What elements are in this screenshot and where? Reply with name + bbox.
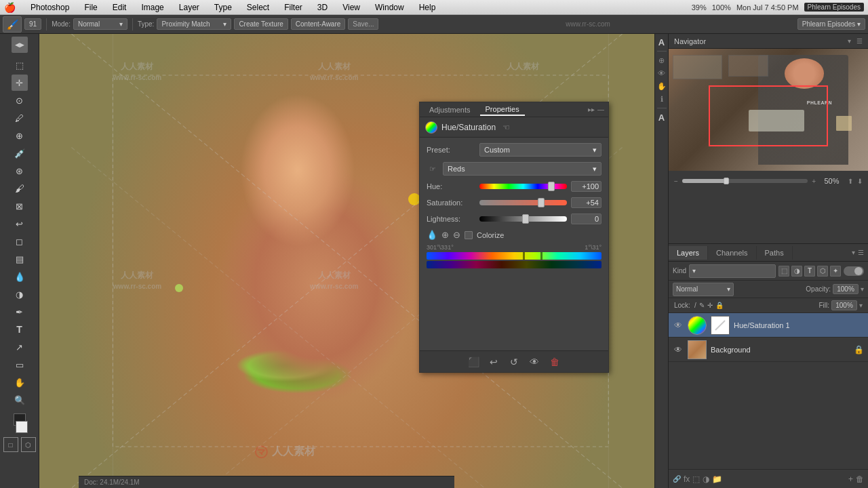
menu-help[interactable]: Help: [416, 1, 439, 14]
blend-mode-dropdown[interactable]: Normal▾: [673, 283, 734, 296]
range-left-marker[interactable]: [523, 252, 525, 260]
zoom-out-btn[interactable]: −: [674, 178, 678, 185]
menu-filter[interactable]: Filter: [281, 1, 305, 14]
background-color[interactable]: [16, 421, 28, 433]
filter-toggle[interactable]: [844, 266, 864, 276]
menu-type[interactable]: Type: [212, 1, 235, 14]
delete-btn[interactable]: 🗑: [547, 355, 562, 369]
fx-icon[interactable]: fx: [684, 474, 690, 484]
filter-kind-dropdown[interactable]: ▾: [689, 264, 776, 278]
layer-item-hue-sat[interactable]: 👁 Hue/Saturation 1: [669, 313, 868, 338]
menu-window[interactable]: Window: [372, 1, 407, 14]
filter-shape-btn[interactable]: ⬡: [817, 266, 828, 277]
clip-layer-btn[interactable]: ⬛: [466, 355, 481, 369]
canvas-area[interactable]: 人人素材www.rr-sc.com 人人素材www.rr-sc.com 人人素材…: [39, 34, 654, 488]
eyedropper-minus-icon[interactable]: ⊖: [453, 230, 460, 240]
nav-collapse-btn[interactable]: ⬇: [857, 178, 863, 185]
lock-paint-btn[interactable]: ✎: [699, 302, 705, 309]
lock-all-btn[interactable]: 🔒: [715, 302, 724, 309]
create-texture-btn[interactable]: Create Texture: [234, 18, 288, 30]
menu-image[interactable]: Image: [138, 1, 166, 14]
layer-eye-background[interactable]: 👁: [673, 344, 684, 355]
mini-icon-hand[interactable]: ✋: [656, 81, 667, 92]
delete-layer-icon[interactable]: 🗑: [856, 474, 864, 484]
range-right-marker[interactable]: [540, 252, 542, 260]
pen-tool[interactable]: ✒: [12, 304, 28, 320]
folder-icon[interactable]: 📁: [712, 474, 722, 484]
stamp-tool[interactable]: ⊠: [12, 198, 28, 214]
hand-tool[interactable]: ✋: [12, 374, 28, 390]
lasso-tool[interactable]: ⊙: [12, 92, 28, 108]
opacity-arrow-btn[interactable]: ▾: [861, 285, 864, 293]
rectangle-tool[interactable]: ▭: [12, 357, 28, 373]
healing-tool[interactable]: ⊛: [12, 163, 28, 179]
tab-adjustments[interactable]: Adjustments: [424, 104, 476, 115]
adjustment-icon[interactable]: ◑: [703, 474, 709, 484]
menu-layer[interactable]: Layer: [176, 1, 202, 14]
reset-btn[interactable]: ↺: [507, 355, 521, 369]
eyedropper-icon[interactable]: 💧: [427, 230, 437, 240]
layer-eye-hue-sat[interactable]: 👁: [673, 320, 684, 331]
tool-collapse-btn[interactable]: ◀▶: [12, 37, 28, 53]
colorize-checkbox[interactable]: [465, 231, 473, 239]
gradient-tool[interactable]: ▤: [12, 251, 28, 267]
layers-menu-btn[interactable]: ☰: [858, 249, 864, 256]
channel-dropdown[interactable]: Reds ▾: [443, 162, 601, 176]
layers-collapse-btn[interactable]: ▾: [852, 249, 855, 256]
apple-menu[interactable]: 🍎: [4, 2, 16, 13]
layer-item-background[interactable]: 👁 Background 🔒: [669, 338, 868, 362]
nav-expand-btn[interactable]: ⬆: [848, 178, 853, 185]
panel-menu-btn[interactable]: ▸▸: [588, 106, 595, 113]
quick-mask-btn[interactable]: ⬡: [21, 437, 36, 452]
zoom-in-btn[interactable]: +: [812, 178, 816, 185]
mini-icon-move[interactable]: ⊕: [656, 55, 667, 66]
opacity-value[interactable]: 100%: [833, 284, 859, 294]
add-mask-icon[interactable]: ⬚: [692, 474, 700, 484]
hand-icon[interactable]: ☜: [502, 123, 510, 132]
mode-dropdown[interactable]: Normal▾: [73, 18, 127, 30]
lightness-thumb[interactable]: [522, 214, 529, 224]
toggle-visibility-btn[interactable]: 👁: [527, 355, 542, 369]
menu-photoshop[interactable]: Photoshop: [28, 1, 72, 14]
fill-arrow-btn[interactable]: ▾: [859, 302, 863, 309]
text-tool[interactable]: T: [12, 321, 28, 338]
menu-view[interactable]: View: [340, 1, 363, 14]
tab-properties[interactable]: Properties: [480, 104, 525, 116]
hue-thumb[interactable]: [548, 182, 555, 191]
eyedropper-plus-icon[interactable]: ⊕: [441, 230, 449, 240]
eyedropper-tool[interactable]: 💉: [12, 145, 28, 161]
path-selection-tool[interactable]: ↗: [12, 339, 28, 355]
move-tool[interactable]: ✛: [12, 75, 28, 91]
crop-tool[interactable]: ⊕: [12, 127, 28, 144]
menu-file[interactable]: File: [81, 1, 100, 14]
zoom-slider[interactable]: [682, 179, 808, 183]
tab-paths[interactable]: Paths: [757, 246, 793, 260]
mini-icon-a[interactable]: A: [656, 37, 667, 47]
filter-pixel-btn[interactable]: ⬚: [778, 266, 789, 277]
link-icon[interactable]: 🔗: [673, 475, 681, 483]
quick-select-tool[interactable]: 🖊: [12, 110, 28, 126]
tab-channels[interactable]: Channels: [708, 246, 756, 260]
standard-mode-btn[interactable]: □: [3, 437, 18, 452]
lock-move-btn[interactable]: ✛: [707, 302, 713, 309]
brush-tool[interactable]: 🖌: [12, 180, 28, 197]
episodes-btn[interactable]: Phlearn Episodes ▾: [797, 18, 865, 30]
tool-preset-btn[interactable]: 🖌️: [3, 16, 22, 33]
blur-tool[interactable]: 💧: [12, 268, 28, 285]
rectangular-marquee-tool[interactable]: ⬚: [12, 57, 28, 73]
mini-icon-eye[interactable]: 👁: [656, 68, 667, 79]
previous-state-btn[interactable]: ↩: [486, 355, 501, 369]
content-aware-btn[interactable]: Content-Aware: [291, 18, 346, 30]
brush-size-btn[interactable]: 91: [24, 18, 41, 30]
mini-icon-a2[interactable]: A: [656, 112, 667, 123]
type-dropdown[interactable]: Proximity Match▾: [157, 18, 231, 30]
new-layer-icon[interactable]: +: [848, 474, 853, 484]
saturation-thumb[interactable]: [538, 198, 545, 207]
filter-smart-btn[interactable]: ✦: [830, 266, 841, 277]
filter-adjust-btn[interactable]: ◑: [791, 266, 802, 277]
save-btn[interactable]: Save...: [348, 18, 378, 30]
menu-edit[interactable]: Edit: [110, 1, 130, 14]
lock-transparent-btn[interactable]: /: [694, 302, 696, 309]
dodge-tool[interactable]: ◑: [12, 286, 28, 302]
fill-value[interactable]: 100%: [831, 300, 857, 310]
